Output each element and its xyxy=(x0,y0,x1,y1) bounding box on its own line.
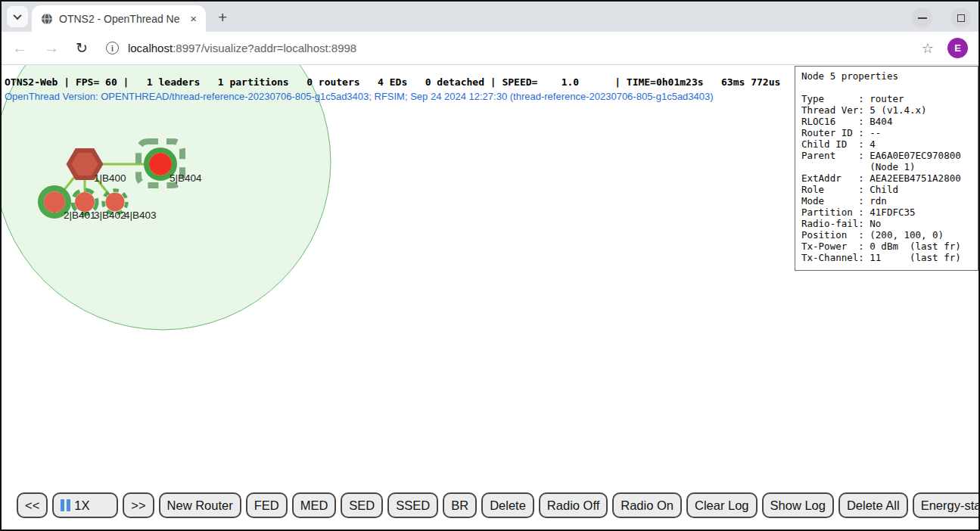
forward-button[interactable]: → xyxy=(44,39,59,57)
openthread-version-line: OpenThread Version: OPENTHREAD/thread-re… xyxy=(5,91,714,102)
tab-otns2[interactable]: OTNS2 - OpenThread Ne × xyxy=(32,5,206,32)
maximize-button[interactable] xyxy=(950,8,971,28)
speed-display-button[interactable]: 1X xyxy=(52,492,118,518)
node-label: 1|B400 xyxy=(94,172,126,184)
back-button[interactable]: ← xyxy=(12,39,27,57)
node-properties-panel: Node 5 properties Type : router Thread V… xyxy=(795,66,978,271)
add-ssed-button[interactable]: SSED xyxy=(387,492,438,518)
node-properties-body: Type : router Thread Ver: 5 (v1.4.x) RLO… xyxy=(801,93,972,263)
simulation-toolbar: << 1X >> New Router FED MED SED SSED BR … xyxy=(17,492,978,518)
delete-button[interactable]: Delete xyxy=(481,492,534,518)
radio-on-button[interactable]: Radio On xyxy=(612,492,682,518)
otns-visualizer: 1|B400 5|B404 2|B401 3|B402 4|B403 OTNS2… xyxy=(2,65,978,529)
minimize-icon xyxy=(918,17,927,19)
node-label: 3|B402 xyxy=(94,210,126,221)
address-bar[interactable]: localhost:8997/visualize?addr=localhost:… xyxy=(128,42,356,54)
tab-search-button[interactable] xyxy=(7,6,28,27)
simulation-status-bar: OTNS2-Web | FPS= 60 | 1 leaders 1 partit… xyxy=(5,76,780,88)
add-med-button[interactable]: MED xyxy=(292,492,337,518)
speed-increase-button[interactable]: >> xyxy=(123,492,154,518)
network-canvas[interactable]: 1|B400 5|B404 2|B401 3|B402 4|B403 xyxy=(2,65,796,529)
pause-icon xyxy=(61,499,70,511)
add-br-button[interactable]: BR xyxy=(443,492,477,518)
tab-bar: OTNS2 - OpenThread Ne × + xyxy=(2,2,978,32)
node-label: 5|B404 xyxy=(170,172,202,184)
maximize-icon xyxy=(957,14,965,22)
window-controls xyxy=(912,8,971,28)
delete-all-button[interactable]: Delete All xyxy=(838,492,908,518)
node-label: 2|B401 xyxy=(64,210,96,221)
energy-stats-button[interactable]: Energy-stats ↗ xyxy=(913,492,978,518)
node-properties-title: Node 5 properties xyxy=(801,70,972,82)
clear-log-button[interactable]: Clear Log xyxy=(686,492,758,518)
add-sed-button[interactable]: SED xyxy=(341,492,383,518)
globe-icon xyxy=(41,13,53,25)
node-label: 4|B403 xyxy=(124,210,157,221)
site-info-icon[interactable]: i xyxy=(106,42,119,54)
tab-title: OTNS2 - OpenThread Ne xyxy=(59,13,181,25)
bookmark-star-icon[interactable]: ☆ xyxy=(922,40,934,57)
browser-toolbar: ← → ↻ i localhost:8997/visualize?addr=lo… xyxy=(2,32,978,65)
chevron-down-icon xyxy=(13,11,21,20)
profile-avatar[interactable]: E xyxy=(947,38,968,58)
url-path: :8997/visualize?addr=localhost:8998 xyxy=(173,42,356,54)
reload-button[interactable]: ↻ xyxy=(76,39,88,57)
add-fed-button[interactable]: FED xyxy=(246,492,288,518)
browser-window: OTNS2 - OpenThread Ne × + ← → ↻ i localh… xyxy=(0,0,980,531)
speed-decrease-button[interactable]: << xyxy=(17,492,48,518)
new-router-button[interactable]: New Router xyxy=(159,492,241,518)
new-tab-button[interactable]: + xyxy=(218,9,227,25)
show-log-button[interactable]: Show Log xyxy=(762,492,834,518)
minimize-button[interactable] xyxy=(912,8,932,28)
radio-off-button[interactable]: Radio Off xyxy=(539,492,608,518)
url-host: localhost xyxy=(128,42,173,54)
tab-close-icon[interactable]: × xyxy=(187,11,200,26)
